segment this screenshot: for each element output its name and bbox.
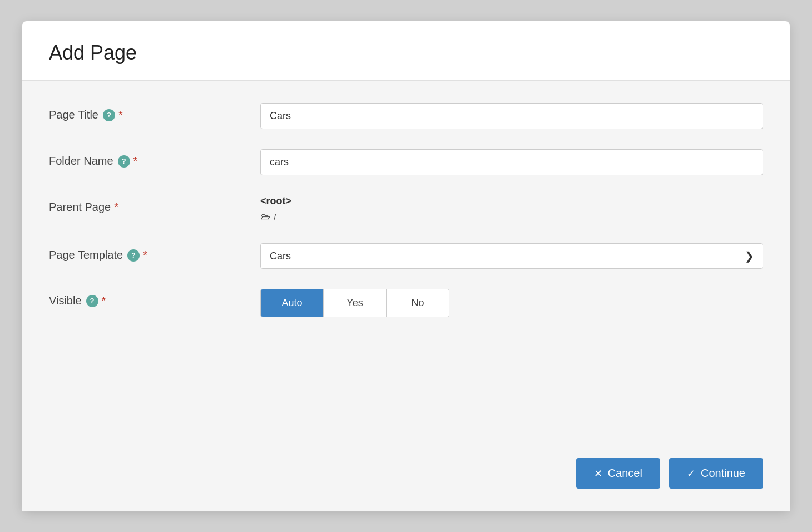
page-title-control (260, 103, 763, 129)
parent-page-label: Parent Page (49, 201, 111, 214)
visible-control: Auto Yes No (260, 289, 763, 317)
folder-name-required: * (133, 155, 138, 168)
page-template-select[interactable]: Cars Default Blog Landing (260, 243, 763, 269)
parent-page-value: <root> (260, 195, 763, 207)
visible-help-icon[interactable]: ? (86, 295, 98, 307)
page-template-control: Cars Default Blog Landing ❯ (260, 243, 763, 269)
continue-label: Continue (701, 467, 745, 480)
page-title-input[interactable] (260, 103, 763, 129)
page-template-select-wrapper: Cars Default Blog Landing ❯ (260, 243, 763, 269)
dialog-footer: ✕ Cancel ✓ Continue (22, 445, 790, 511)
folder-name-row: Folder Name ? * (49, 149, 763, 175)
visible-auto-button[interactable]: Auto (261, 289, 324, 317)
page-title-help-icon[interactable]: ? (103, 109, 115, 121)
cancel-label: Cancel (608, 467, 642, 480)
parent-page-path-text: / (274, 213, 276, 223)
parent-page-path: 🗁 / (260, 211, 763, 223)
page-template-label-col: Page Template ? * (49, 243, 260, 262)
visible-label: Visible (49, 294, 82, 307)
page-template-row: Page Template ? * Cars Default Blog Land… (49, 243, 763, 269)
page-title-required: * (118, 109, 123, 121)
folder-name-control (260, 149, 763, 175)
page-title-label-col: Page Title ? * (49, 103, 260, 121)
visible-label-col: Visible ? * (49, 289, 260, 307)
visible-required: * (102, 294, 106, 307)
page-template-help-icon[interactable]: ? (127, 249, 140, 262)
continue-icon: ✓ (687, 467, 695, 480)
parent-page-row: Parent Page * <root> 🗁 / (49, 195, 763, 223)
dialog-body: Page Title ? * Folder Name ? * Parent Pa… (22, 81, 790, 445)
page-title-label: Page Title (49, 109, 98, 121)
folder-name-help-icon[interactable]: ? (118, 155, 130, 168)
dialog-title: Add Page (49, 41, 763, 65)
parent-page-control: <root> 🗁 / (260, 195, 763, 223)
cancel-icon: ✕ (594, 467, 602, 480)
page-template-label: Page Template (49, 249, 123, 262)
folder-name-label: Folder Name (49, 155, 113, 168)
parent-page-label-col: Parent Page * (49, 195, 260, 214)
add-page-dialog: Add Page Page Title ? * Folder Name ? * (22, 21, 790, 511)
continue-button[interactable]: ✓ Continue (669, 458, 763, 489)
parent-page-required: * (114, 201, 118, 214)
dialog-header: Add Page (22, 21, 790, 81)
folder-name-input[interactable] (260, 149, 763, 175)
visible-yes-button[interactable]: Yes (324, 289, 387, 317)
page-title-row: Page Title ? * (49, 103, 763, 129)
visible-no-button[interactable]: No (387, 289, 449, 317)
visible-row: Visible ? * Auto Yes No (49, 289, 763, 317)
folder-icon: 🗁 (260, 211, 270, 223)
cancel-button[interactable]: ✕ Cancel (576, 458, 660, 489)
folder-name-label-col: Folder Name ? * (49, 149, 260, 168)
visible-toggle-group: Auto Yes No (260, 289, 449, 317)
page-template-required: * (143, 249, 147, 262)
